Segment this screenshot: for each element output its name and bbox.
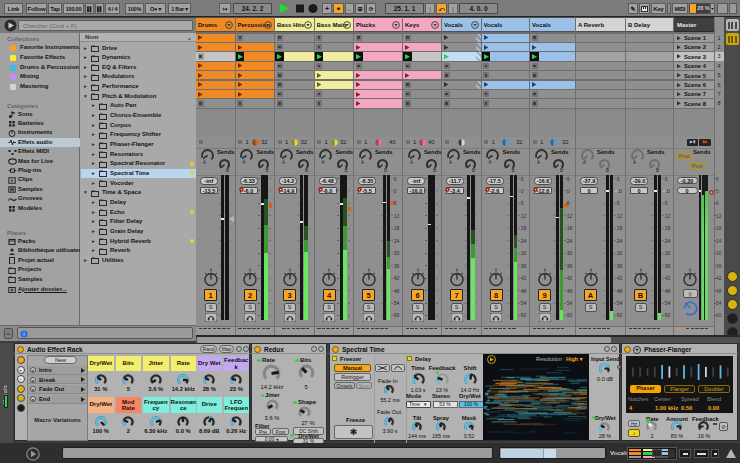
svg-text:i: i <box>23 331 24 337</box>
